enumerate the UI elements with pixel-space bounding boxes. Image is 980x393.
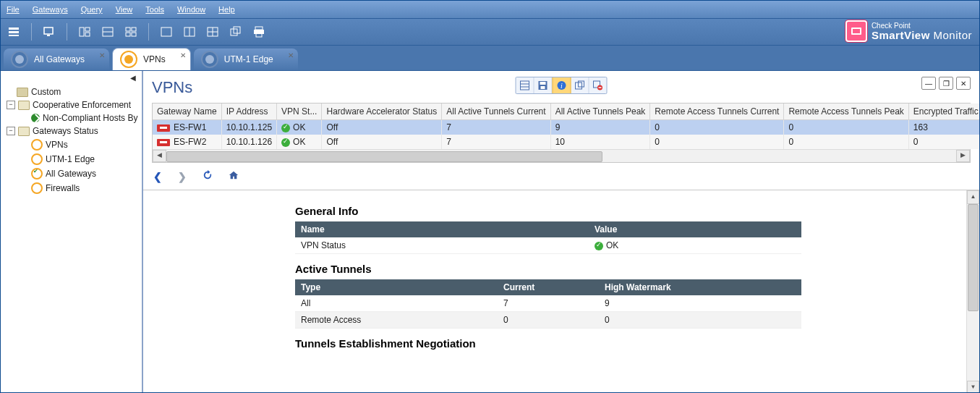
close-icon[interactable]: ✕ <box>180 51 186 59</box>
page-title: VPNs <box>152 78 192 97</box>
print-icon[interactable] <box>250 24 268 40</box>
menu-tools[interactable]: Tools <box>145 5 164 14</box>
vpn-icon <box>31 182 43 194</box>
brand: Check Point SmartView Monitor <box>845 20 972 42</box>
svg-rect-27 <box>521 81 529 90</box>
scroll-thumb[interactable] <box>968 204 979 311</box>
collapse-sidebar-icon[interactable]: ◀ <box>130 74 136 82</box>
general-info-heading: General Info <box>295 205 801 217</box>
close-button[interactable]: ✕ <box>956 77 971 90</box>
col-hw-accel[interactable]: Hardware Accelerator Status <box>322 103 442 120</box>
ok-status-icon <box>281 138 290 147</box>
layout1-icon[interactable] <box>76 24 93 40</box>
scroll-left-icon[interactable]: ◀ <box>153 150 166 162</box>
tree-all-gw[interactable]: All Gateways <box>31 166 142 181</box>
scroll-right-icon[interactable]: ▶ <box>956 150 970 162</box>
new-window-icon[interactable] <box>571 77 589 93</box>
horizontal-scrollbar[interactable]: ◀ ▶ <box>153 149 970 162</box>
vertical-scrollbar[interactable]: ▲ ▼ <box>966 190 979 393</box>
active-tunnels-table: Type Current High Watermark All79 Remote… <box>295 279 801 329</box>
table-header-row: Gateway Name IP Address VPN St... Hardwa… <box>153 103 979 120</box>
svg-rect-11 <box>132 28 136 31</box>
split-h-icon[interactable] <box>181 24 198 40</box>
tree-coop[interactable]: −Cooperative Enforcement <box>7 98 142 111</box>
split-grid-icon[interactable] <box>204 24 221 40</box>
col-high-watermark: High Watermark <box>599 279 801 295</box>
col-active-cur[interactable]: All Active Tunnels Current <box>442 103 550 120</box>
close-icon[interactable]: ✕ <box>99 51 105 59</box>
scroll-up-icon[interactable]: ▲ <box>967 190 979 204</box>
menu-gateways[interactable]: Gateways <box>33 5 68 14</box>
forward-button[interactable]: ❯ <box>178 171 187 182</box>
view-toolbar: i <box>516 77 608 94</box>
general-info-table: NameValue VPN Status OK <box>295 221 801 254</box>
svg-rect-0 <box>9 28 19 30</box>
tree-gw-status[interactable]: −Gateways Status <box>7 124 142 138</box>
minimize-button[interactable]: — <box>921 77 936 90</box>
restore-button[interactable]: ❐ <box>939 77 953 90</box>
menu-view[interactable]: View <box>116 5 133 14</box>
tab-label: All Gateways <box>34 54 85 64</box>
menu-query[interactable]: Query <box>81 5 103 14</box>
ok-status-icon <box>281 124 290 132</box>
svg-rect-14 <box>161 28 171 36</box>
save-icon[interactable] <box>534 77 553 93</box>
list-view-icon[interactable] <box>5 24 22 40</box>
svg-rect-13 <box>132 33 136 36</box>
tree-firewalls[interactable]: Firewalls <box>31 181 142 195</box>
col-ra-peak[interactable]: Remote Access Tunnels Peak <box>784 103 908 120</box>
layout2-icon[interactable] <box>99 24 116 40</box>
monitor-icon[interactable] <box>41 24 58 40</box>
tab-utm1-edge[interactable]: UTM-1 Edge ✕ <box>194 48 298 70</box>
vpn-icon <box>31 139 43 151</box>
menu-file[interactable]: File <box>7 5 20 14</box>
tree-utm1[interactable]: UTM-1 Edge <box>31 152 142 166</box>
col-enc-throughput[interactable]: Encrypted Traffic Throughput C <box>908 103 979 120</box>
svg-rect-4 <box>47 35 50 36</box>
delete-view-icon[interactable] <box>589 77 607 93</box>
info-icon[interactable]: i <box>553 77 571 93</box>
tunnels-neg-heading: Tunnels Establishment Negotiation <box>295 337 801 350</box>
home-button[interactable] <box>229 170 239 182</box>
tab-vpns[interactable]: VPNs ✕ <box>112 48 191 70</box>
col-vpn-status[interactable]: VPN St... <box>277 103 322 120</box>
back-button[interactable]: ❮ <box>153 171 162 182</box>
folder-open-icon <box>18 101 30 110</box>
col-ra-cur[interactable]: Remote Access Tunnels Current <box>650 103 784 120</box>
table-row[interactable]: ES-FW210.10.1.126OKOff710000 <box>153 135 979 149</box>
col-value: Value <box>589 221 801 237</box>
col-gateway-name[interactable]: Gateway Name <box>153 103 221 120</box>
tree-noncompliant[interactable]: Non-Compliant Hosts By <box>31 111 142 124</box>
refresh-button[interactable] <box>203 170 213 182</box>
tab-all-gateways[interactable]: All Gateways ✕ <box>4 48 109 70</box>
document-tabs: All Gateways ✕ VPNs ✕ UTM-1 Edge ✕ <box>1 46 979 71</box>
grid-icon[interactable] <box>122 24 140 40</box>
menu-help[interactable]: Help <box>218 5 235 14</box>
vpn-icon <box>31 153 43 165</box>
table-row[interactable]: ES-FW110.10.1.125OKOff7900163 <box>153 120 979 135</box>
collapse-icon[interactable]: − <box>7 127 15 135</box>
collapse-icon[interactable]: − <box>7 101 15 109</box>
gateway-icon <box>157 139 170 146</box>
tree-vpns[interactable]: VPNs <box>31 138 142 152</box>
single-pane-icon[interactable] <box>158 24 175 40</box>
close-icon[interactable]: ✕ <box>288 51 294 59</box>
detail-panel: General Info NameValue VPN Status OK Act… <box>143 190 966 393</box>
table-row: VPN Status OK <box>295 237 801 254</box>
svg-rect-10 <box>126 28 130 31</box>
cascade-icon[interactable] <box>227 24 244 40</box>
svg-rect-36 <box>579 81 584 87</box>
brand-line2: SmartView Monitor <box>872 30 972 41</box>
tree-custom[interactable]: Custom <box>7 85 142 98</box>
view-table-icon[interactable] <box>516 77 534 93</box>
col-ip[interactable]: IP Address <box>221 103 276 120</box>
scroll-thumb[interactable] <box>166 151 602 162</box>
col-active-peak[interactable]: All Active Tunnels Peak <box>550 103 650 120</box>
svg-rect-31 <box>540 82 546 85</box>
svg-rect-12 <box>126 33 130 36</box>
scroll-down-icon[interactable]: ▼ <box>967 381 979 393</box>
table-row: All79 <box>295 295 801 312</box>
menu-window[interactable]: Window <box>177 5 205 14</box>
col-current: Current <box>498 279 599 295</box>
svg-rect-3 <box>44 28 53 34</box>
